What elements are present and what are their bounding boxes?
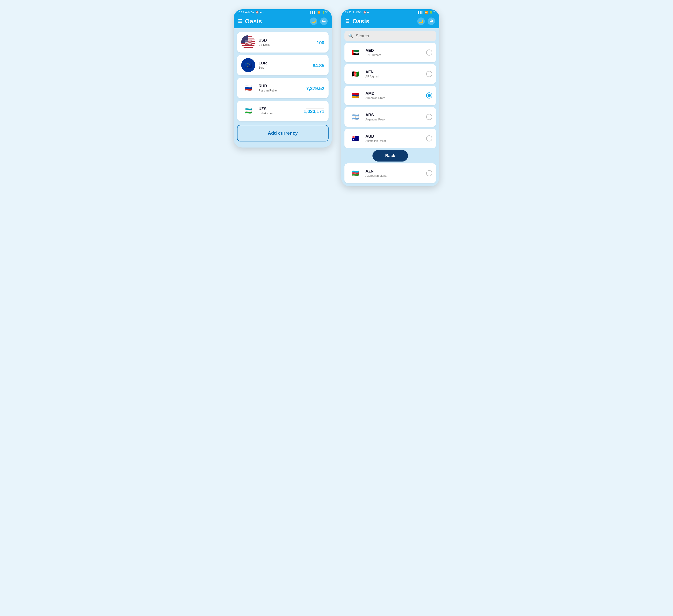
flag-amd: 🇦🇲 xyxy=(348,88,362,102)
list-item-azn[interactable]: 🇦🇿 AZN Azerbaijan Manat xyxy=(345,164,436,183)
list-item-ars[interactable]: 🇦🇷 ARS Argentine Peso xyxy=(345,107,436,127)
status-bar-right: 13:53 7.4KB/s ⏰ •• ▌▌▌ 📶 🔋99 xyxy=(341,9,439,15)
app-header-right: ☰ Oasis 🌙 🏔 xyxy=(341,15,439,28)
currency-value-eur: 84.85 xyxy=(313,63,324,68)
currency-name-uzs: Uzbek sum xyxy=(258,112,300,115)
back-btn-wrap: Back xyxy=(341,148,439,164)
currency-code-rub: RUB xyxy=(258,84,302,88)
radio-aud[interactable] xyxy=(426,135,432,141)
list-code-afn: AFN xyxy=(366,70,423,74)
currency-card-usd[interactable]: 🇺🇸 USD US Dollar 100 xyxy=(237,32,328,52)
app-header-left: ☰ Oasis 🌙 🏔 xyxy=(234,15,332,28)
list-item-afn[interactable]: 🇦🇫 AFN AF Afghani xyxy=(345,64,436,84)
radio-ars[interactable] xyxy=(426,114,432,120)
currency-name-rub: Russian Ruble xyxy=(258,89,302,92)
photo-icon-right: 🏔 xyxy=(429,19,433,23)
moon-icon-right: 🌙 xyxy=(419,19,423,24)
status-time: 13:53 xyxy=(237,11,244,14)
currency-card-rub[interactable]: 🇷🇺 RUB Russian Ruble 7,379.52 xyxy=(237,78,328,98)
list-code-ars: ARS xyxy=(366,113,423,117)
currency-card-uzs[interactable]: 🇺🇿 UZS Uzbek sum 1,023,171 xyxy=(237,100,328,121)
radio-inner-amd xyxy=(428,94,431,97)
status-time-right: 13:53 xyxy=(345,11,352,14)
status-wifi: 📶 xyxy=(317,11,320,14)
photo-button-left[interactable]: 🏔 xyxy=(320,17,327,25)
list-name-afn: AF Afghani xyxy=(366,75,423,78)
flag-afn: 🇦🇫 xyxy=(348,67,362,81)
currency-code-uzs: UZS xyxy=(258,107,300,111)
radio-afn[interactable] xyxy=(426,71,432,77)
search-icon: 🔍 xyxy=(348,33,353,38)
currency-code-eur: EUR xyxy=(258,61,302,66)
status-wifi-right: 📶 xyxy=(425,11,428,14)
list-code-azn: AZN xyxy=(366,169,423,174)
app-title-right: Oasis xyxy=(353,18,370,25)
currency-name-usd: US Dollar xyxy=(258,43,302,46)
flag-rub: 🇷🇺 xyxy=(241,81,255,95)
status-battery: 🔋99 xyxy=(322,11,328,14)
moon-icon-left: 🌙 xyxy=(311,19,316,24)
flag-usd: 🇺🇸 xyxy=(241,35,255,49)
photo-button-right[interactable]: 🏔 xyxy=(428,17,435,25)
radio-amd[interactable] xyxy=(426,92,432,98)
currency-value-uzs: 1,023,171 xyxy=(303,109,324,114)
right-phone: 13:53 7.4KB/s ⏰ •• ▌▌▌ 📶 🔋99 ☰ Oasis 🌙 🏔… xyxy=(341,9,439,186)
moon-button-right[interactable]: 🌙 xyxy=(417,17,425,25)
back-button[interactable]: Back xyxy=(373,150,408,162)
moon-button-left[interactable]: 🌙 xyxy=(310,17,317,25)
currency-value-rub: 7,379.52 xyxy=(306,86,324,91)
status-signal: ▌▌▌ xyxy=(310,11,316,14)
currency-card-eur[interactable]: 🇪🇺 EUR Euro 84.85 xyxy=(237,55,328,75)
status-bar-left: 13:53 0.0KB/s ⏰ ▶ ♪ ▌▌▌ 📶 🔋99 xyxy=(234,9,332,15)
app-title-left: Oasis xyxy=(245,18,262,25)
status-speed: 0.0KB/s xyxy=(245,11,254,14)
currency-list-right: 🇦🇪 AED UAE Dirham 🇦🇫 AFN AF Afghani 🇦🇲 xyxy=(341,43,439,148)
currency-name-eur: Euro xyxy=(258,66,302,69)
list-code-aed: AED xyxy=(366,48,423,53)
search-bar[interactable]: 🔍 xyxy=(345,31,436,41)
search-input[interactable] xyxy=(356,34,432,38)
list-code-amd: AMD xyxy=(366,91,423,96)
radio-aed[interactable] xyxy=(426,49,432,55)
currency-value-usd: 100 xyxy=(317,40,324,45)
status-icons-right: ⏰ •• xyxy=(363,11,369,14)
flag-uzs: 🇺🇿 xyxy=(241,104,255,118)
status-signal-right: ▌▌▌ xyxy=(418,11,423,14)
add-currency-button[interactable]: Add currency xyxy=(237,125,328,141)
status-speed-right: 7.4KB/s xyxy=(353,11,362,14)
list-item-aed[interactable]: 🇦🇪 AED UAE Dirham xyxy=(345,43,436,62)
list-code-aud: AUD xyxy=(366,134,423,139)
status-battery-right: 🔋99 xyxy=(429,11,436,14)
list-name-ars: Argentine Peso xyxy=(366,118,423,121)
currency-list-left: 🇺🇸 USD US Dollar 100 🇪🇺 EUR Euro 84. xyxy=(234,28,332,145)
list-item-aud[interactable]: 🇦🇺 AUD Australian Dollar xyxy=(345,128,436,148)
flag-ars: 🇦🇷 xyxy=(348,110,362,124)
status-icons: ⏰ ▶ ♪ xyxy=(256,11,264,14)
photo-icon-left: 🏔 xyxy=(322,19,326,23)
flag-azn: 🇦🇿 xyxy=(348,166,362,180)
left-phone: 13:53 0.0KB/s ⏰ ▶ ♪ ▌▌▌ 📶 🔋99 ☰ Oasis 🌙 … xyxy=(234,9,332,147)
menu-icon[interactable]: ☰ xyxy=(238,18,242,24)
flag-eur: 🇪🇺 xyxy=(241,58,255,72)
radio-azn[interactable] xyxy=(426,170,432,176)
list-name-aed: UAE Dirham xyxy=(366,53,423,57)
currency-code-usd: USD xyxy=(258,38,302,43)
flag-aed: 🇦🇪 xyxy=(348,45,362,59)
list-name-amd: Armenian Dram xyxy=(366,96,423,100)
flag-aud: 🇦🇺 xyxy=(348,131,362,145)
list-name-azn: Azerbaijan Manat xyxy=(366,174,423,178)
menu-icon-right[interactable]: ☰ xyxy=(346,18,350,24)
list-item-amd[interactable]: 🇦🇲 AMD Armenian Dram xyxy=(345,86,436,105)
list-name-aud: Australian Dollar xyxy=(366,139,423,142)
